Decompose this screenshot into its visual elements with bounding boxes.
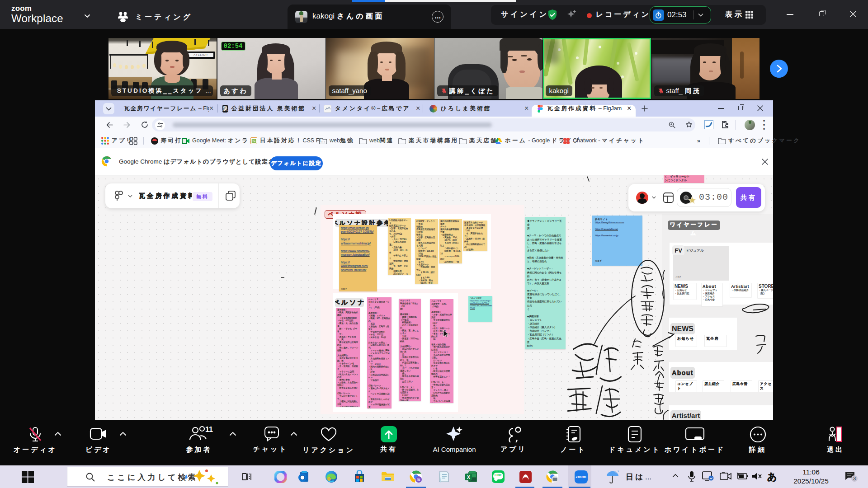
svg-text:3: 3 bbox=[853, 476, 856, 481]
svg-text:舞: 舞 bbox=[417, 478, 420, 481]
svg-text:X: X bbox=[467, 474, 471, 479]
